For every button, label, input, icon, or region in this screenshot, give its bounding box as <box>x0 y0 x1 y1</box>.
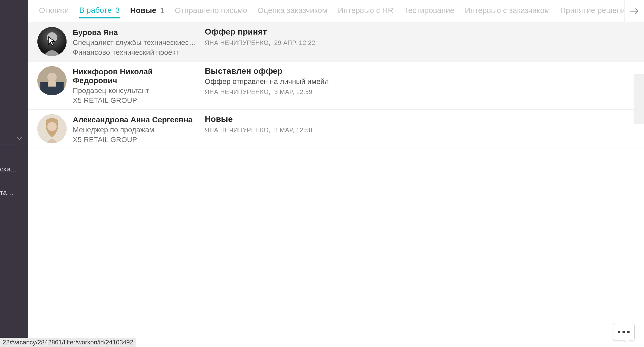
svg-point-5 <box>47 73 57 82</box>
candidate-name: Александрова Анна Сергеевна <box>73 115 196 124</box>
tab-letter-sent[interactable]: Отправлено письмо <box>175 6 247 16</box>
tab-decision[interactable]: Принятие решения <box>560 6 630 16</box>
tab-count: 1 <box>160 6 165 15</box>
tab-label: Интервью с HR <box>338 6 393 15</box>
tab-new[interactable]: Новые 1 <box>130 6 165 16</box>
candidate-status: Выставлен оффер Оффер отправлен на личны… <box>200 62 644 109</box>
candidate-role: Менеджер по продажам <box>73 126 196 134</box>
status-meta: ЯНА НЕЧИПУРЕНКО, 3 МАР, 12:58 <box>205 126 638 134</box>
status-title: Новые <box>205 114 638 124</box>
status-title: Оффер принят <box>205 27 638 37</box>
main-panel: Отклики В работе 3 Новые 1 Отправлено пи… <box>28 0 644 347</box>
status-note: Оффер отправлен на личный имейл <box>205 77 638 86</box>
tab-hr-interview[interactable]: Интервью с HR <box>338 6 393 16</box>
candidate-summary: Бурова Яна Специалист службы технические… <box>28 22 200 61</box>
candidate-company: X5 RETAIL GROUP <box>73 136 196 144</box>
candidate-status: Новые ЯНА НЕЧИПУРЕНКО, 3 МАР, 12:58 <box>200 110 644 149</box>
tab-label: Отклики <box>39 6 69 15</box>
chevron-down-icon[interactable] <box>16 135 23 142</box>
candidate-name: Бурова Яна <box>73 28 196 37</box>
candidate-role: Продавец-консультант <box>73 86 196 95</box>
tab-label: Оценка заказчиком <box>258 6 327 15</box>
tab-label: Тестирование <box>404 6 455 15</box>
svg-point-8 <box>47 122 57 131</box>
status-author: ЯНА НЕЧИПУРЕНКО <box>205 88 269 95</box>
sidebar: ски… та… <box>0 0 28 347</box>
tab-label: Отправлено письмо <box>175 6 247 15</box>
tab-label: Интервью с заказчиком <box>465 6 550 15</box>
status-author: ЯНА НЕЧИПУРЕНКО <box>205 126 269 134</box>
tab-customer-interview[interactable]: Интервью с заказчиком <box>465 6 550 16</box>
scrollbar-track[interactable] <box>634 74 644 124</box>
avatar <box>37 66 67 95</box>
candidate-summary: Никифоров Николай Федорович Продавец-кон… <box>28 62 200 109</box>
status-url: 22#vacancy/2842861/filter/workon/id/2410… <box>0 338 136 347</box>
status-author: ЯНА НЕЧИПУРЕНКО <box>205 39 269 46</box>
tab-label: Новые <box>130 6 156 15</box>
avatar <box>37 114 67 143</box>
candidate-list: Бурова Яна Специалист службы технические… <box>28 22 644 347</box>
sidebar-item-b[interactable]: та… <box>0 189 27 197</box>
ellipsis-icon <box>618 331 630 333</box>
candidate-status: Оффер принят ЯНА НЕЧИПУРЕНКО, 29 АПР, 12… <box>200 22 644 61</box>
tab-testing[interactable]: Тестирование <box>404 6 455 16</box>
tab-label: Принятие решения <box>560 6 630 15</box>
tab-customer-review[interactable]: Оценка заказчиком <box>258 6 327 16</box>
sidebar-item-a[interactable]: ски… <box>0 165 27 173</box>
tab-responses[interactable]: Отклики <box>39 6 69 16</box>
candidate-company: X5 RETAIL GROUP <box>73 96 196 105</box>
avatar <box>37 27 67 56</box>
candidate-name: Никифоров Николай Федорович <box>73 67 196 85</box>
tab-label: В работе <box>79 6 112 14</box>
svg-point-2 <box>47 32 57 43</box>
chat-button[interactable] <box>613 323 635 341</box>
candidate-row[interactable]: Бурова Яна Специалист службы технические… <box>28 22 644 62</box>
candidate-summary: Александрова Анна Сергеевна Менеджер по … <box>28 110 200 149</box>
candidate-role: Специалист службы техническиеск… <box>73 38 196 47</box>
status-title: Выставлен оффер <box>205 66 638 76</box>
tabs-scroll-right[interactable] <box>624 0 644 22</box>
sidebar-divider <box>0 144 19 144</box>
status-date: 3 МАР, 12:59 <box>274 88 312 95</box>
candidate-company: Финансово-технический проект <box>73 48 196 57</box>
status-date: 3 МАР, 12:58 <box>274 126 312 134</box>
status-meta: ЯНА НЕЧИПУРЕНКО, 3 МАР, 12:59 <box>205 88 638 96</box>
stage-tabs: Отклики В работе 3 Новые 1 Отправлено пи… <box>28 0 644 22</box>
tab-count: 3 <box>115 6 120 14</box>
tab-in-progress[interactable]: В работе 3 <box>79 6 120 18</box>
status-meta: ЯНА НЕЧИПУРЕНКО, 29 АПР, 12:22 <box>205 39 638 46</box>
svg-rect-6 <box>48 81 56 86</box>
status-date: 29 АПР, 12:22 <box>274 39 315 46</box>
candidate-row[interactable]: Никифоров Николай Федорович Продавец-кон… <box>28 62 644 110</box>
candidate-row[interactable]: Александрова Анна Сергеевна Менеджер по … <box>28 110 644 149</box>
arrow-right-icon <box>629 8 640 15</box>
